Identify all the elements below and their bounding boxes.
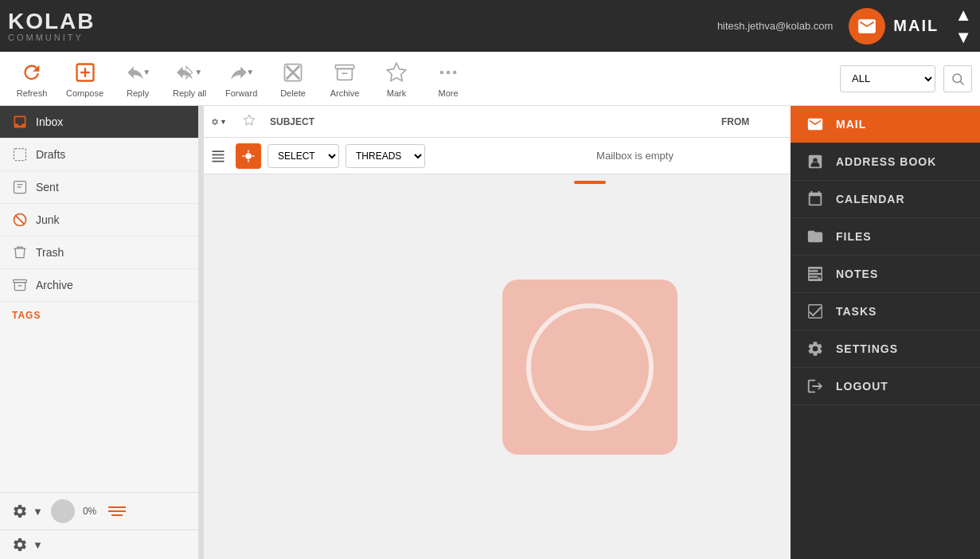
drafts-label: Drafts: [36, 148, 65, 161]
mailbox-status: Mailbox is empty: [431, 150, 838, 162]
subject-header: SUBJECT: [270, 116, 713, 127]
delete-button[interactable]: Delete: [269, 56, 317, 102]
app-settings-label: SETTINGS: [836, 342, 898, 355]
junk-icon: [12, 212, 28, 228]
sent-icon: [12, 179, 28, 195]
archive-sidebar-icon: [12, 277, 28, 293]
forward-label: Forward: [225, 88, 257, 98]
app-menu-item-notes[interactable]: NOTES: [791, 256, 980, 293]
forward-button[interactable]: ▼ Forward: [217, 56, 265, 102]
sidebar-item-archive[interactable]: Archive: [0, 269, 198, 302]
app-mail-label: MAIL: [836, 118, 866, 131]
svg-point-21: [245, 153, 252, 159]
threads-dropdown[interactable]: THREADS: [346, 144, 425, 168]
mark-label: Mark: [387, 88, 406, 98]
reply-button[interactable]: ▼ Reply: [114, 56, 162, 102]
mail-label: MAIL: [893, 17, 939, 35]
sent-label: Sent: [36, 181, 59, 194]
nav-arrow[interactable]: ▲ ▼: [955, 5, 972, 48]
svg-point-8: [440, 70, 444, 74]
sidebar-item-sent[interactable]: Sent: [0, 171, 198, 204]
sidebar-bottom-gear-row: ▼: [0, 530, 198, 559]
list-gear-button[interactable]: ▼: [211, 114, 227, 130]
mark-button[interactable]: Mark: [373, 56, 420, 102]
reply-all-label: Reply all: [173, 88, 206, 98]
drafts-icon: [12, 147, 28, 162]
more-icon: [435, 60, 461, 85]
app-menu-item-address-book[interactable]: ADDRESS BOOK: [791, 143, 980, 181]
mail-badge: MAIL ▲ ▼: [849, 5, 972, 48]
svg-line-18: [15, 215, 25, 225]
archive-icon: [332, 60, 357, 85]
inbox-icon: [12, 114, 28, 130]
checkbox-col: ▼: [211, 114, 235, 130]
app-files-icon: [806, 228, 824, 245]
drag-handle: [574, 181, 606, 184]
app-tasks-label: TASKS: [836, 305, 877, 318]
junk-label: Junk: [36, 213, 60, 226]
trash-icon: [12, 244, 28, 260]
app-menu-item-logout[interactable]: LOGOUT: [791, 368, 980, 405]
star-col: [243, 114, 262, 129]
app-notes-label: NOTES: [836, 268, 878, 280]
refresh-label: Refresh: [17, 88, 48, 98]
sidebar-bottom-gear-button[interactable]: ▼: [12, 537, 43, 553]
inbox-label: Inbox: [36, 115, 63, 128]
compose-button[interactable]: Compose: [60, 56, 110, 102]
toolbar: Refresh Compose ▼ Reply ▼ Rep: [0, 52, 980, 106]
logo-kolab-text: KOLAB: [8, 10, 96, 33]
app-calendar-icon: [806, 190, 824, 208]
app-menu: MAIL ADDRESS BOOK CALENDAR FILES: [791, 106, 980, 559]
reply-label: Reply: [127, 88, 149, 98]
reply-icon-wrap: ▼: [125, 60, 150, 85]
user-email: hitesh.jethva@kolab.com: [717, 20, 833, 32]
resize-icon: [108, 506, 126, 516]
logo-community-text: COMMUNITY: [8, 33, 84, 42]
sidebar-item-junk[interactable]: Junk: [0, 204, 198, 236]
forward-icon-wrap: ▼: [228, 60, 254, 85]
app-files-label: FILES: [836, 230, 872, 243]
kolab-logo-bg: [502, 280, 677, 455]
search-button[interactable]: [943, 65, 972, 92]
gear-icon: [12, 503, 28, 519]
sidebar-item-inbox[interactable]: Inbox: [0, 106, 198, 139]
app-logout-icon: [806, 377, 824, 395]
sidebar-item-trash[interactable]: Trash: [0, 236, 198, 269]
gear-chevron: ▼: [33, 506, 43, 518]
progress-circle: [51, 499, 75, 523]
app-menu-item-settings[interactable]: SETTINGS: [791, 330, 980, 368]
archive-label: Archive: [330, 88, 360, 98]
app-menu-item-calendar[interactable]: CALENDAR: [791, 181, 980, 218]
mail-icon-circle[interactable]: [849, 8, 885, 45]
archive-button[interactable]: Archive: [321, 56, 369, 102]
sidebar-resize-handle[interactable]: [199, 106, 204, 559]
refresh-icon: [19, 60, 45, 85]
main-layout: Inbox Drafts Sent Junk: [0, 106, 980, 559]
svg-rect-13: [14, 149, 26, 161]
app-menu-item-tasks[interactable]: TASKS: [791, 293, 980, 330]
sidebar-gear-button[interactable]: ▼: [12, 503, 43, 519]
sidebar-progress-row: ▼ 0%: [0, 492, 198, 530]
svg-point-9: [447, 70, 451, 74]
more-button[interactable]: More: [424, 56, 472, 102]
app-mail-icon: [806, 115, 824, 133]
svg-rect-25: [809, 305, 822, 319]
search-wrap: [939, 65, 972, 92]
refresh-button[interactable]: Refresh: [8, 56, 56, 102]
trash-label: Trash: [36, 246, 64, 259]
sidebar-item-drafts[interactable]: Drafts: [0, 139, 198, 171]
threads-icon[interactable]: [236, 143, 261, 169]
kolab-logo-circle: [526, 303, 654, 431]
app-menu-item-files[interactable]: FILES: [791, 218, 980, 256]
list-view-button[interactable]: [207, 145, 229, 167]
svg-point-11: [953, 74, 962, 83]
app-settings-icon: [806, 340, 824, 358]
archive-label: Archive: [36, 279, 73, 291]
svg-point-10: [453, 70, 457, 74]
app-address-book-icon: [806, 153, 824, 170]
app-menu-item-mail[interactable]: MAIL: [791, 106, 980, 143]
app-calendar-label: CALENDAR: [836, 193, 905, 205]
reply-all-button[interactable]: ▼ Reply all: [166, 56, 213, 102]
select-dropdown[interactable]: SELECT: [267, 144, 339, 168]
filter-select[interactable]: ALL: [840, 65, 935, 92]
